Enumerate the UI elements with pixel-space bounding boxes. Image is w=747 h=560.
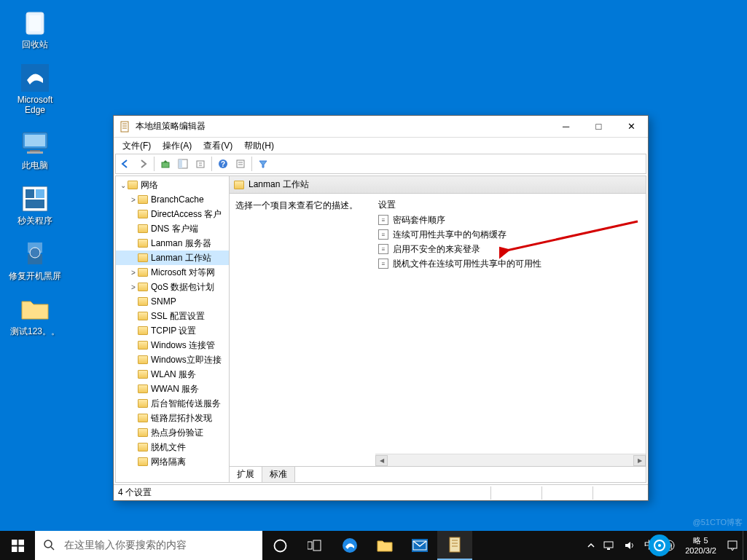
tree-item[interactable]: >QoS 数据包计划 (116, 280, 229, 294)
setting-item[interactable]: ≡密码套件顺序 (375, 213, 646, 227)
show-hide-button[interactable] (175, 156, 191, 172)
folder-icon (138, 195, 148, 204)
search-box[interactable]: 在这里输入你要搜索的内容 (35, 531, 262, 560)
filter-button[interactable] (255, 156, 271, 172)
svg-point-32 (44, 540, 52, 548)
expand-icon[interactable]: > (129, 269, 138, 277)
tree-item[interactable]: >WLAN 服务 (116, 367, 229, 382)
desktop-icon-edge[interactable]: Microsoft Edge (7, 63, 63, 115)
properties-button[interactable] (232, 156, 249, 172)
folder-icon (138, 428, 148, 437)
svg-point-13 (30, 248, 40, 258)
gear-stack-icon (22, 240, 48, 269)
setting-label: 脱机文件在连续可用性共享中的可用性 (393, 258, 541, 270)
expand-icon[interactable]: > (129, 196, 138, 204)
tray-volume[interactable] (619, 531, 640, 560)
tree-pane[interactable]: ⌄ 网络 >BranchCache>DirectAccess 客户>DNS 客户… (116, 176, 230, 482)
policy-icon: ≡ (378, 244, 388, 254)
scroll-left-button[interactable]: ◀ (375, 455, 388, 466)
tree-item[interactable]: >Windows立即连接 (116, 352, 229, 367)
tree-label: TCPIP 设置 (151, 325, 196, 337)
tree-item[interactable]: >WWAN 服务 (116, 382, 229, 396)
menu-help[interactable]: 帮助(H) (238, 138, 280, 154)
tray-notifications[interactable] (722, 531, 743, 560)
tree-label: Windows立即连接 (151, 354, 222, 366)
tree-root[interactable]: ⌄ 网络 (116, 178, 229, 192)
desktop-icons: 回收站 Microsoft Edge 此电脑 秒关程序 修复开机黑屏 测试123… (7, 7, 63, 336)
scroll-right-button[interactable]: ▶ (633, 455, 646, 466)
tree-label: 网络 (141, 179, 158, 192)
gpedit-icon (120, 121, 131, 133)
svg-rect-29 (18, 540, 24, 545)
titlebar[interactable]: 本地组策略编辑器 ─ □ ✕ (114, 116, 648, 138)
cortana-button[interactable] (262, 531, 297, 560)
setting-item[interactable]: ≡脱机文件在连续可用性共享中的可用性 (375, 256, 646, 271)
cortana-icon (273, 539, 287, 553)
svg-rect-30 (12, 546, 17, 552)
tree-item[interactable]: >BranchCache (116, 192, 229, 207)
tree-item[interactable]: >链路层拓扑发现 (116, 411, 229, 425)
horizontal-scrollbar[interactable]: ◀ ▶ (375, 454, 646, 466)
menu-action[interactable]: 操作(A) (157, 138, 197, 154)
window-title: 本地组策略编辑器 (136, 120, 550, 133)
tree-item[interactable]: >DirectAccess 客户 (116, 207, 229, 221)
start-button[interactable] (0, 531, 35, 560)
assistant-badge-icon[interactable] (649, 535, 670, 556)
setting-item[interactable]: ≡启用不安全的来宾登录 (375, 242, 646, 256)
tree-item[interactable]: >Lanman 工作站 (116, 251, 229, 265)
tree-item[interactable]: >后台智能传送服务 (116, 396, 229, 411)
menu-file[interactable]: 文件(F) (117, 138, 157, 154)
desktop-icon-test-folder[interactable]: 测试123。。 (7, 294, 63, 336)
tree-label: Microsoft 对等网 (151, 267, 215, 279)
tab-extended[interactable]: 扩展 (230, 467, 262, 482)
desktop-icon-sec-close[interactable]: 秒关程序 (7, 184, 63, 226)
windows-icon (12, 540, 24, 552)
tree-item[interactable]: >SNMP (116, 294, 229, 309)
svg-rect-1 (29, 15, 41, 31)
desktop-icon-fix-black[interactable]: 修复开机黑屏 (7, 239, 63, 281)
tray-network[interactable] (599, 531, 619, 560)
minimize-button[interactable]: ─ (550, 116, 582, 137)
svg-rect-31 (18, 546, 24, 552)
task-mail[interactable] (402, 531, 437, 560)
task-view-button[interactable] (297, 531, 332, 560)
folder-icon (138, 283, 148, 291)
tray-chevron[interactable] (583, 531, 599, 560)
forward-button[interactable] (135, 156, 151, 172)
tree-item[interactable]: >Lanman 服务器 (116, 236, 229, 251)
up-button[interactable] (157, 156, 173, 172)
setting-label: 密码套件顺序 (393, 214, 445, 226)
collapse-icon[interactable]: ⌄ (119, 181, 128, 189)
setting-item[interactable]: ≡连续可用性共享中的句柄缓存 (375, 227, 646, 242)
content-pane: Lanman 工作站 选择一个项目来查看它的描述。 设置 ≡密码套件顺序≡连续可… (230, 176, 646, 482)
help-button[interactable]: ? (215, 156, 231, 172)
close-button[interactable]: ✕ (615, 116, 648, 137)
task-edge[interactable] (332, 531, 367, 560)
tree-label: Lanman 工作站 (151, 252, 211, 264)
task-explorer[interactable] (367, 531, 402, 560)
tree-item[interactable]: >网络隔离 (116, 454, 229, 469)
desktop-icon-recycle-bin[interactable]: 回收站 (7, 7, 63, 50)
tree-item[interactable]: >DNS 客户端 (116, 221, 229, 236)
tree-item[interactable]: >TCPIP 设置 (116, 323, 229, 338)
desktop-icon-this-pc[interactable]: 此电脑 (7, 128, 63, 170)
tray-clock[interactable]: 略 5 2020/3/2 (679, 535, 722, 556)
tree-item[interactable]: >SSL 配置设置 (116, 309, 229, 323)
menu-view[interactable]: 查看(V) (197, 138, 238, 154)
expand-icon[interactable]: > (129, 283, 138, 291)
export-button[interactable] (192, 156, 208, 172)
settings-header[interactable]: 设置 (375, 197, 646, 213)
tree-item[interactable]: >脱机文件 (116, 440, 229, 454)
back-button[interactable] (117, 156, 133, 172)
task-gpedit[interactable] (437, 531, 472, 560)
tree-item[interactable]: >热点身份验证 (116, 425, 229, 440)
tree-item[interactable]: >Microsoft 对等网 (116, 265, 229, 280)
tree-item[interactable]: >Windows 连接管 (116, 338, 229, 352)
setting-label: 连续可用性共享中的句柄缓存 (393, 229, 507, 241)
tab-standard[interactable]: 标准 (262, 467, 295, 482)
maximize-button[interactable]: □ (582, 116, 615, 137)
svg-line-33 (51, 547, 54, 550)
tree-label: Lanman 服务器 (151, 237, 211, 250)
svg-rect-40 (450, 537, 460, 552)
show-desktop-button[interactable] (743, 531, 747, 560)
